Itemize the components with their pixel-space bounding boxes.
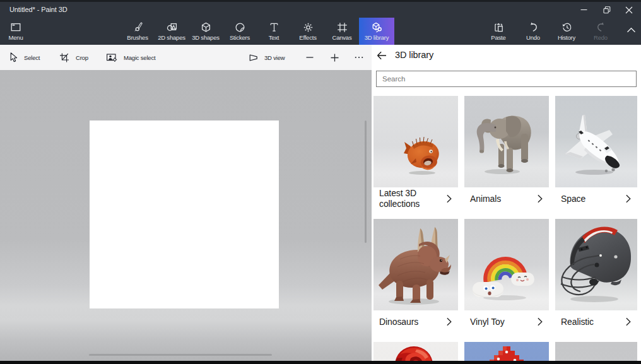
3d-view-label: 3D view [264,54,285,61]
title-bar: Untitled* - Paint 3D [0,0,641,18]
redo-icon [595,21,607,33]
back-arrow-icon [377,51,387,60]
select-cursor-icon [8,52,18,63]
bottom-edge-bar [0,361,641,364]
restore-icon [603,6,611,14]
tab-label: 2D shapes [158,34,185,41]
minus-icon [306,54,314,61]
collapse-ribbon-button[interactable] [621,18,640,45]
menu-button[interactable]: Menu [0,18,32,45]
card-label: Animals [470,187,501,210]
minimize-button[interactable] [574,2,593,18]
card-label-bar: Vinyl Toy [464,310,549,333]
card-dinosaurs[interactable]: Dinosaurs [373,219,458,333]
tab-effects[interactable]: Effects [291,18,325,45]
tab-label: 3D shapes [192,34,220,41]
3d-library-icon [371,21,383,33]
card-label-bar: Animals [464,187,549,210]
tab-3d-library[interactable]: 3D library [359,18,394,45]
brushes-icon [132,21,144,33]
ellipsis-icon [355,56,363,59]
undo-label: Undo [526,34,540,41]
tab-brushes[interactable]: Brushes [121,18,155,45]
card-label: Dinosaurs [379,310,418,333]
paste-label: Paste [491,34,505,41]
3d-view-tool[interactable]: 3D view [249,45,285,70]
minimize-icon [580,6,587,13]
tab-label: Canvas [332,34,351,41]
panel-title: 3D library [395,50,433,60]
crop-icon [59,52,70,63]
stickers-icon [234,21,246,33]
canvas-icon [336,21,348,33]
card-label: Latest 3D collections [379,187,442,210]
select-label: Select [24,54,40,61]
effects-icon [302,21,314,33]
card-label-bar: Dinosaurs [373,310,458,333]
tab-text[interactable]: Text [257,18,291,45]
tab-stickers[interactable]: Stickers [223,18,257,45]
edit-toolbar: Select Crop Magic select 3D view [0,45,372,70]
vertical-scrollbar[interactable] [365,120,367,243]
tab-label: Stickers [230,34,250,41]
workspace [0,70,372,361]
tab-canvas[interactable]: Canvas [325,18,359,45]
magic-select-label: Magic select [124,54,155,61]
select-tool[interactable]: Select [8,45,40,70]
card-label-bar: Realistic [555,310,637,333]
chevron-right-icon [447,194,452,203]
chevron-up-icon [626,24,636,35]
tab-label: Text [269,34,279,41]
text-icon [268,21,280,33]
zoom-in-button[interactable] [331,45,339,70]
redo-label: Redo [594,34,608,41]
crop-tool[interactable]: Crop [59,45,88,70]
zoom-out-button[interactable] [306,45,314,70]
restore-button[interactable] [597,2,616,18]
close-icon [625,6,633,14]
back-button[interactable] [375,50,388,61]
3d-view-icon [249,53,259,62]
fish-model-image [373,96,458,187]
menu-label: Menu [9,34,23,41]
card-label-bar: Space [555,187,637,210]
magic-select-tool[interactable]: Magic select [106,45,155,70]
card-vinyl-toy[interactable]: Vinyl Toy [464,219,549,333]
football-helmet-model-image [555,219,637,310]
history-icon [561,21,573,33]
history-button[interactable]: History [550,18,584,45]
close-button[interactable] [620,2,638,18]
horizontal-scrollbar[interactable] [89,354,272,356]
more-options-button[interactable] [355,45,363,70]
chevron-right-icon [626,194,631,203]
card-space[interactable]: Space [555,96,637,210]
elephant-model-image [464,96,549,187]
tab-label: Brushes [127,34,148,41]
tab-label: Effects [299,34,316,41]
window-title: Untitled* - Paint 3D [9,6,68,13]
tab-3d-shapes[interactable]: 3D shapes [189,18,223,45]
undo-icon [527,21,539,33]
tab-2d-shapes[interactable]: 2D shapes [155,18,189,45]
card-latest-3d-collections[interactable]: Latest 3D collections [373,96,458,210]
chevron-right-icon [538,194,543,203]
paste-button[interactable]: Paste [481,18,515,45]
triceratops-model-image [373,219,458,310]
redo-button[interactable]: Redo [584,18,618,45]
card-realistic[interactable]: Realistic [555,219,637,333]
paste-icon [493,21,505,33]
undo-button[interactable]: Undo [516,18,550,45]
rainbow-model-image [464,219,549,310]
chevron-right-icon [447,317,452,326]
3d-shapes-icon [200,21,212,33]
history-label: History [558,34,575,41]
card-label: Vinyl Toy [470,310,505,333]
tab-label: 3D library [365,34,389,41]
search-input[interactable] [377,71,636,86]
card-label-bar: Latest 3D collections [373,187,458,210]
crop-label: Crop [76,54,88,61]
drawing-canvas[interactable] [90,120,279,308]
card-label: Space [561,187,585,210]
card-animals[interactable]: Animals [464,96,549,210]
paint3d-window: Untitled* - Paint 3D Menu [0,0,641,364]
